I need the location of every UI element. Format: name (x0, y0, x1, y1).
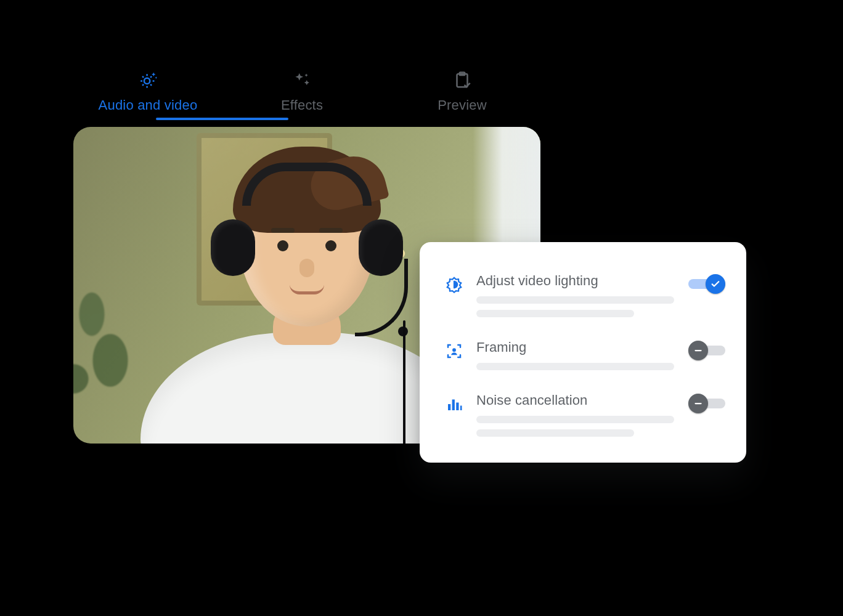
svg-rect-7 (460, 406, 462, 411)
svg-point-3 (452, 348, 456, 352)
tab-label: Audio and video (99, 97, 198, 113)
placeholder-line (476, 429, 634, 437)
sparkles-icon (290, 68, 314, 92)
setting-title: Framing (476, 339, 678, 355)
clipboard-check-icon (450, 68, 474, 92)
tab-label: Preview (438, 97, 487, 113)
setting-title: Adjust video lighting (476, 273, 678, 289)
setting-row-noise: Noise cancellation (438, 384, 728, 445)
audio-video-settings-card: Adjust video lighting Framing (420, 242, 746, 463)
svg-rect-4 (448, 404, 450, 410)
tab-preview[interactable]: Preview (382, 68, 542, 120)
placeholder-line (476, 363, 674, 370)
active-tab-underline (156, 118, 288, 120)
self-view-avatar (147, 166, 467, 444)
placeholder-line (476, 296, 674, 304)
setting-row-framing: Framing (438, 331, 728, 379)
gear-sparkle-icon (136, 68, 160, 92)
minus-icon (688, 394, 708, 413)
center-frame-icon (441, 342, 468, 360)
minus-icon (688, 341, 708, 360)
setting-row-lighting: Adjust video lighting (438, 264, 728, 326)
toggle-lighting[interactable] (688, 275, 725, 293)
placeholder-line (476, 416, 674, 423)
check-icon (706, 274, 725, 294)
brightness-icon (441, 275, 468, 294)
settings-tabs: Audio and video Effects Preview (74, 68, 542, 120)
toggle-noise[interactable] (688, 395, 725, 412)
svg-rect-5 (452, 400, 455, 411)
tab-label: Effects (281, 97, 323, 113)
svg-rect-6 (456, 403, 458, 411)
placeholder-line (476, 310, 634, 317)
tab-effects[interactable]: Effects (222, 68, 382, 120)
tab-audio-video[interactable]: Audio and video (74, 68, 222, 120)
toggle-framing[interactable] (688, 342, 725, 359)
equalizer-icon (441, 395, 468, 413)
setting-title: Noise cancellation (476, 392, 678, 408)
svg-point-0 (144, 78, 150, 84)
